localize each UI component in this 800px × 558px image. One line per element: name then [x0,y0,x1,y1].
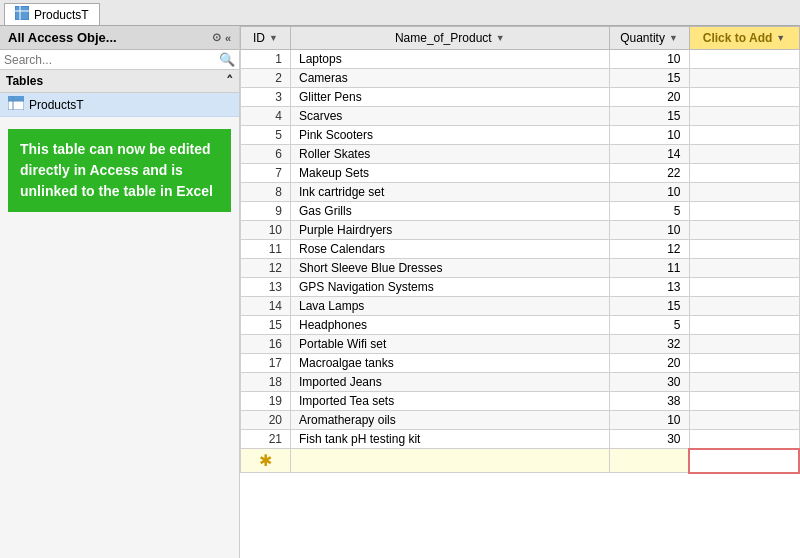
cell-id: 13 [241,278,291,297]
cell-id: 7 [241,164,291,183]
table-row[interactable]: 18Imported Jeans30 [241,373,800,392]
table-row[interactable]: 8Ink cartridge set10 [241,183,800,202]
cell-id: 1 [241,50,291,69]
cell-add [689,430,799,449]
cell-id: 5 [241,126,291,145]
sidebar-table-name: ProductsT [29,98,84,112]
sidebar: All Access Obje... ⊙ « 🔍 Tables ˄ [0,26,240,558]
cell-id: 18 [241,373,291,392]
cell-name: Rose Calendars [291,240,610,259]
collapse-icon[interactable]: « [225,32,231,44]
table-row[interactable]: 6Roller Skates14 [241,145,800,164]
sidebar-item-products[interactable]: ProductsT [0,93,239,117]
new-record-indicator: ✱ [241,449,291,473]
cell-id: 16 [241,335,291,354]
table-row[interactable]: 9Gas Grills5 [241,202,800,221]
table-row[interactable]: 2Cameras15 [241,69,800,88]
sort-arrow-qty: ▼ [669,33,678,43]
tab-bar: ProductsT [0,0,800,26]
cell-qty: 32 [609,335,689,354]
cell-id: 15 [241,316,291,335]
cell-qty: 10 [609,221,689,240]
table-row[interactable]: 13GPS Navigation Systems13 [241,278,800,297]
col-header-id[interactable]: ID ▼ [241,27,291,50]
sort-arrow-id: ▼ [269,33,278,43]
section-collapse-icon[interactable]: ˄ [226,73,233,89]
table-row[interactable]: 15Headphones5 [241,316,800,335]
table-area[interactable]: ID ▼ Name_of_Product ▼ Quantity ▼ [240,26,800,558]
cell-name: Portable Wifi set [291,335,610,354]
cell-add [689,392,799,411]
cell-qty: 10 [609,50,689,69]
table-row[interactable]: 11Rose Calendars12 [241,240,800,259]
table-row[interactable]: 4Scarves15 [241,107,800,126]
table-row[interactable]: 19Imported Tea sets38 [241,392,800,411]
table-row[interactable]: 5Pink Scooters10 [241,126,800,145]
cell-qty: 10 [609,183,689,202]
table-row[interactable]: 7Makeup Sets22 [241,164,800,183]
new-record-add[interactable] [689,449,799,473]
cell-id: 19 [241,392,291,411]
cell-name: Cameras [291,69,610,88]
callout-text: This table can now be edited directly in… [20,141,213,199]
table-row[interactable]: 3Glitter Pens20 [241,88,800,107]
cell-id: 21 [241,430,291,449]
cell-id: 11 [241,240,291,259]
cell-add [689,50,799,69]
table-body: 1Laptops102Cameras153Glitter Pens204Scar… [241,50,800,473]
table-row[interactable]: 20Aromatherapy oils10 [241,411,800,430]
cell-qty: 15 [609,69,689,88]
sort-arrow-name: ▼ [496,33,505,43]
cell-qty: 11 [609,259,689,278]
table-row[interactable]: 16Portable Wifi set32 [241,335,800,354]
cell-name: Laptops [291,50,610,69]
cell-qty: 12 [609,240,689,259]
table-row[interactable]: 14Lava Lamps15 [241,297,800,316]
new-record-row[interactable]: ✱ [241,449,800,473]
cell-name: Purple Hairdryers [291,221,610,240]
cell-add [689,145,799,164]
cell-id: 8 [241,183,291,202]
products-tab[interactable]: ProductsT [4,3,100,25]
cell-add [689,126,799,145]
cell-qty: 20 [609,354,689,373]
cell-name: Pink Scooters [291,126,610,145]
table-row[interactable]: 1Laptops10 [241,50,800,69]
table-row[interactable]: 17Macroalgae tanks20 [241,354,800,373]
col-header-qty[interactable]: Quantity ▼ [609,27,689,50]
cell-id: 12 [241,259,291,278]
cell-name: Headphones [291,316,610,335]
pin-icon[interactable]: ⊙ [212,31,221,44]
cell-add [689,164,799,183]
table-row[interactable]: 12Short Sleeve Blue Dresses11 [241,259,800,278]
cell-name: Fish tank pH testing kit [291,430,610,449]
search-bar: 🔍 [0,50,239,70]
cell-add [689,107,799,126]
table-icon [8,96,24,113]
sidebar-title: All Access Obje... [8,30,117,45]
cell-qty: 10 [609,411,689,430]
col-header-name[interactable]: Name_of_Product ▼ [291,27,610,50]
sidebar-header-icons: ⊙ « [212,31,231,44]
search-input[interactable] [4,53,219,67]
new-record-name[interactable] [291,449,610,473]
cell-id: 17 [241,354,291,373]
table-header-row: ID ▼ Name_of_Product ▼ Quantity ▼ [241,27,800,50]
table-row[interactable]: 10Purple Hairdryers10 [241,221,800,240]
cell-qty: 38 [609,392,689,411]
cell-qty: 5 [609,202,689,221]
cell-add [689,183,799,202]
cell-name: Aromatherapy oils [291,411,610,430]
cell-add [689,202,799,221]
cell-id: 3 [241,88,291,107]
section-label: Tables [6,74,43,88]
table-row[interactable]: 21Fish tank pH testing kit30 [241,430,800,449]
col-header-add[interactable]: Click to Add ▼ [689,27,799,50]
new-record-qty[interactable] [609,449,689,473]
cell-add [689,297,799,316]
cell-id: 14 [241,297,291,316]
cell-qty: 30 [609,430,689,449]
callout-box: This table can now be edited directly in… [8,129,231,212]
cell-qty: 22 [609,164,689,183]
svg-rect-0 [15,6,29,20]
